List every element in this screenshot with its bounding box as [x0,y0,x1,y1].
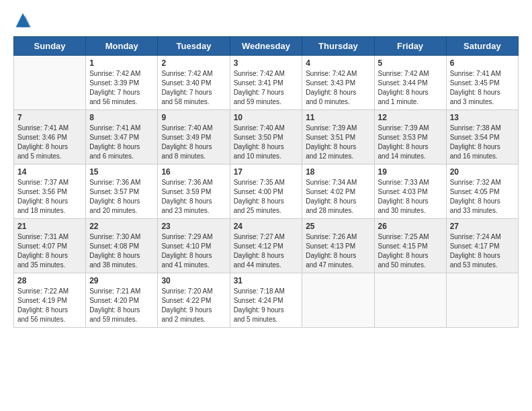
logo [13,11,35,30]
day-number: 22 [89,222,154,231]
day-cell: 24Sunrise: 7:27 AMSunset: 4:12 PMDayligh… [230,219,302,273]
day-number: 23 [161,222,226,231]
day-info: Sunrise: 7:40 AMSunset: 3:50 PMDaylight:… [234,124,299,161]
calendar: SundayMondayTuesdayWednesdayThursdayFrid… [13,36,519,328]
header [13,11,519,30]
day-cell: 19Sunrise: 7:33 AMSunset: 4:03 PMDayligh… [374,165,446,219]
day-number: 7 [17,113,82,122]
day-number: 19 [378,167,443,177]
day-number: 4 [306,58,370,68]
day-cell: 8Sunrise: 7:41 AMSunset: 3:47 PMDaylight… [86,110,158,165]
day-cell: 14Sunrise: 7:37 AMSunset: 3:56 PMDayligh… [14,165,86,219]
day-cell: 16Sunrise: 7:36 AMSunset: 3:59 PMDayligh… [158,165,230,219]
day-cell: 2Sunrise: 7:42 AMSunset: 3:40 PMDaylight… [158,56,230,110]
day-cell: 30Sunrise: 7:20 AMSunset: 4:22 PMDayligh… [158,273,230,328]
day-cell: 3Sunrise: 7:42 AMSunset: 3:41 PMDaylight… [230,56,302,110]
day-info: Sunrise: 7:37 AMSunset: 3:56 PMDaylight:… [17,178,82,216]
day-cell: 12Sunrise: 7:39 AMSunset: 3:53 PMDayligh… [374,110,446,165]
day-cell: 21Sunrise: 7:31 AMSunset: 4:07 PMDayligh… [14,219,86,273]
weekday-header-friday: Friday [374,37,446,56]
day-number: 1 [89,58,154,68]
day-cell [14,56,86,110]
day-info: Sunrise: 7:42 AMSunset: 3:44 PMDaylight:… [378,69,443,107]
day-info: Sunrise: 7:34 AMSunset: 4:02 PMDaylight:… [306,178,370,216]
day-cell: 9Sunrise: 7:40 AMSunset: 3:49 PMDaylight… [158,110,230,165]
day-info: Sunrise: 7:41 AMSunset: 3:46 PMDaylight:… [17,124,82,161]
day-cell: 4Sunrise: 7:42 AMSunset: 3:43 PMDaylight… [302,56,374,110]
day-info: Sunrise: 7:39 AMSunset: 3:51 PMDaylight:… [306,124,370,161]
day-info: Sunrise: 7:25 AMSunset: 4:15 PMDaylight:… [378,232,443,270]
day-cell: 6Sunrise: 7:41 AMSunset: 3:45 PMDaylight… [446,56,518,110]
day-number: 21 [17,222,82,231]
day-info: Sunrise: 7:42 AMSunset: 3:41 PMDaylight:… [234,69,299,107]
day-number: 25 [306,222,370,231]
day-cell: 29Sunrise: 7:21 AMSunset: 4:20 PMDayligh… [86,273,158,328]
day-info: Sunrise: 7:31 AMSunset: 4:07 PMDaylight:… [17,232,82,270]
day-info: Sunrise: 7:35 AMSunset: 4:00 PMDaylight:… [234,178,299,216]
weekday-header-tuesday: Tuesday [158,37,230,56]
day-cell: 1Sunrise: 7:42 AMSunset: 3:39 PMDaylight… [86,56,158,110]
day-info: Sunrise: 7:18 AMSunset: 4:24 PMDaylight:… [234,287,299,324]
day-number: 13 [450,113,515,122]
day-info: Sunrise: 7:33 AMSunset: 4:03 PMDaylight:… [378,178,443,216]
week-row-1: 1Sunrise: 7:42 AMSunset: 3:39 PMDaylight… [14,56,519,110]
day-cell: 18Sunrise: 7:34 AMSunset: 4:02 PMDayligh… [302,165,374,219]
day-info: Sunrise: 7:27 AMSunset: 4:12 PMDaylight:… [234,232,299,270]
day-cell: 20Sunrise: 7:32 AMSunset: 4:05 PMDayligh… [446,165,518,219]
day-number: 28 [17,276,82,285]
day-number: 20 [450,167,515,177]
day-number: 24 [234,222,299,231]
day-info: Sunrise: 7:29 AMSunset: 4:10 PMDaylight:… [161,232,226,270]
day-number: 18 [306,167,370,177]
day-info: Sunrise: 7:20 AMSunset: 4:22 PMDaylight:… [161,287,226,324]
day-info: Sunrise: 7:38 AMSunset: 3:54 PMDaylight:… [450,124,515,161]
day-number: 30 [161,276,226,285]
day-cell [302,273,374,328]
day-number: 16 [161,167,226,177]
day-info: Sunrise: 7:41 AMSunset: 3:47 PMDaylight:… [89,124,154,161]
day-number: 17 [234,167,299,177]
week-row-2: 7Sunrise: 7:41 AMSunset: 3:46 PMDaylight… [14,110,519,165]
week-row-4: 21Sunrise: 7:31 AMSunset: 4:07 PMDayligh… [14,219,519,273]
day-info: Sunrise: 7:26 AMSunset: 4:13 PMDaylight:… [306,232,370,270]
day-number: 5 [378,58,443,68]
day-info: Sunrise: 7:21 AMSunset: 4:20 PMDaylight:… [89,287,154,324]
day-cell: 31Sunrise: 7:18 AMSunset: 4:24 PMDayligh… [230,273,302,328]
day-cell: 25Sunrise: 7:26 AMSunset: 4:13 PMDayligh… [302,219,374,273]
weekday-header-wednesday: Wednesday [230,37,302,56]
day-cell: 28Sunrise: 7:22 AMSunset: 4:19 PMDayligh… [14,273,86,328]
day-cell: 15Sunrise: 7:36 AMSunset: 3:57 PMDayligh… [86,165,158,219]
day-number: 8 [89,113,154,122]
weekday-header-thursday: Thursday [302,37,374,56]
weekday-header-row: SundayMondayTuesdayWednesdayThursdayFrid… [14,37,519,56]
week-row-3: 14Sunrise: 7:37 AMSunset: 3:56 PMDayligh… [14,165,519,219]
day-cell: 23Sunrise: 7:29 AMSunset: 4:10 PMDayligh… [158,219,230,273]
day-number: 10 [234,113,299,122]
day-cell [374,273,446,328]
day-cell: 27Sunrise: 7:24 AMSunset: 4:17 PMDayligh… [446,219,518,273]
day-cell: 5Sunrise: 7:42 AMSunset: 3:44 PMDaylight… [374,56,446,110]
day-number: 27 [450,222,515,231]
page: SundayMondayTuesdayWednesdayThursdayFrid… [0,0,532,334]
weekday-header-saturday: Saturday [446,37,518,56]
day-number: 15 [89,167,154,177]
weekday-header-monday: Monday [86,37,158,56]
day-number: 29 [89,276,154,285]
day-cell [446,273,518,328]
day-info: Sunrise: 7:40 AMSunset: 3:49 PMDaylight:… [161,124,226,161]
day-info: Sunrise: 7:32 AMSunset: 4:05 PMDaylight:… [450,178,515,216]
day-info: Sunrise: 7:42 AMSunset: 3:40 PMDaylight:… [161,69,226,107]
day-number: 6 [450,58,515,68]
logo-icon [13,11,32,30]
day-number: 31 [234,276,299,285]
day-cell: 10Sunrise: 7:40 AMSunset: 3:50 PMDayligh… [230,110,302,165]
day-number: 26 [378,222,443,231]
day-info: Sunrise: 7:42 AMSunset: 3:43 PMDaylight:… [306,69,370,107]
weekday-header-sunday: Sunday [14,37,86,56]
day-info: Sunrise: 7:39 AMSunset: 3:53 PMDaylight:… [378,124,443,161]
week-row-5: 28Sunrise: 7:22 AMSunset: 4:19 PMDayligh… [14,273,519,328]
day-info: Sunrise: 7:30 AMSunset: 4:08 PMDaylight:… [89,232,154,270]
day-number: 9 [161,113,226,122]
day-cell: 22Sunrise: 7:30 AMSunset: 4:08 PMDayligh… [86,219,158,273]
day-cell: 13Sunrise: 7:38 AMSunset: 3:54 PMDayligh… [446,110,518,165]
